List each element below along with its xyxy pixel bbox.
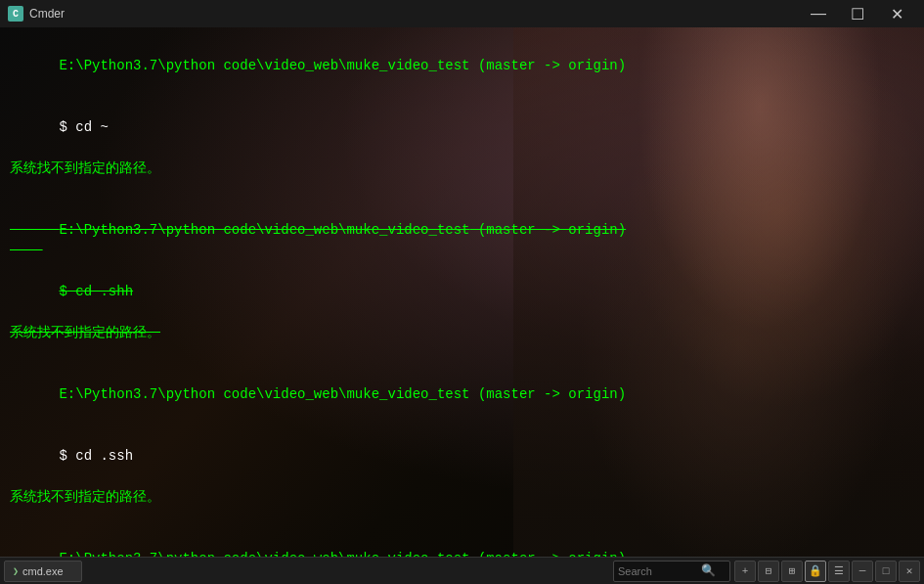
terminal-cmd-1: $ cd ~ [10,97,914,158]
terminal-cmd-3: $ cd .ssh [10,426,914,487]
dollar-3: $ [59,448,66,464]
prompt-path-2: E:\Python3.7\python code\video_web\muke_… [59,222,469,238]
error-2: 系统找不到指定的路径。 [10,323,914,343]
cmd-2: cd .shh [67,284,133,299]
split-h-button[interactable]: ⊟ [758,561,779,582]
tab-icon: ❯ [13,565,19,577]
search-icon[interactable]: 🔍 [701,563,716,578]
terminal-line-4: E:\Python3.7\python code\video_web\muke_… [10,528,914,557]
tab-cmd[interactable]: ❯ cmd.exe [4,561,82,582]
tab-label: cmd.exe [22,565,64,577]
options-button[interactable]: ☰ [828,561,850,582]
cmd-3: cd .ssh [67,448,133,464]
minimize-button[interactable]: — [799,0,838,27]
dollar-2: $ [59,284,66,299]
prompt-git-4: (master -> origin) [470,551,627,557]
empty-3 [10,508,914,528]
terminal-window[interactable]: E:\Python3.7\python code\video_web\muke_… [0,27,924,557]
window-title: Cmder [29,7,799,21]
cmd-1: cd ~ [67,119,109,135]
taskbar: ❯ cmd.exe 🔍 + ⊟ ⊞ 🔒 ☰ ─ □ ✕ [0,557,924,584]
prompt-path-4: E:\Python3.7\python code\video_web\muke_… [59,551,469,557]
error-1: 系统找不到指定的路径。 [10,158,914,179]
search-input[interactable] [618,565,701,577]
taskbar-actions: + ⊟ ⊞ 🔒 ☰ ─ □ ✕ [734,561,920,582]
prompt-git-2: (master -> origin) [470,222,627,238]
window-controls: — ☐ ✕ [799,0,916,27]
prompt-git-3: (master -> origin) [470,386,627,402]
close-button[interactable]: ✕ [877,0,916,27]
titlebar: C Cmder — ☐ ✕ [0,0,924,27]
empty-2 [10,343,914,364]
split-v-button[interactable]: ⊞ [781,561,803,582]
terminal-line-1: E:\Python3.7\python code\video_web\muke_… [10,35,914,97]
add-tab-button[interactable]: + [734,561,756,582]
terminal-cmd-2: $ cd .shh [10,261,914,323]
prompt-path-1: E:\Python3.7\python code\video_web\muke_… [59,58,469,73]
taskbar-minimize-button[interactable]: ─ [852,561,873,582]
terminal-line-2: E:\Python3.7\python code\video_web\muke_… [10,200,914,261]
app-icon: C [8,6,23,22]
taskbar-close-button[interactable]: ✕ [899,561,920,582]
maximize-button[interactable]: ☐ [838,0,877,27]
taskbar-maximize-button[interactable]: □ [875,561,897,582]
empty-1 [10,179,914,200]
search-box[interactable]: 🔍 [613,561,730,582]
app-icon-letter: C [13,9,19,20]
terminal-content: E:\Python3.7\python code\video_web\muke_… [0,27,924,557]
lock-button[interactable]: 🔒 [805,561,826,582]
prompt-git-1: (master -> origin) [470,58,627,73]
prompt-path-3: E:\Python3.7\python code\video_web\muke_… [59,386,469,402]
terminal-line-3: E:\Python3.7\python code\video_web\muke_… [10,364,914,426]
error-3: 系统找不到指定的路径。 [10,487,914,508]
lock-icon: 🔒 [809,564,822,577]
dollar-1: $ [59,119,66,135]
